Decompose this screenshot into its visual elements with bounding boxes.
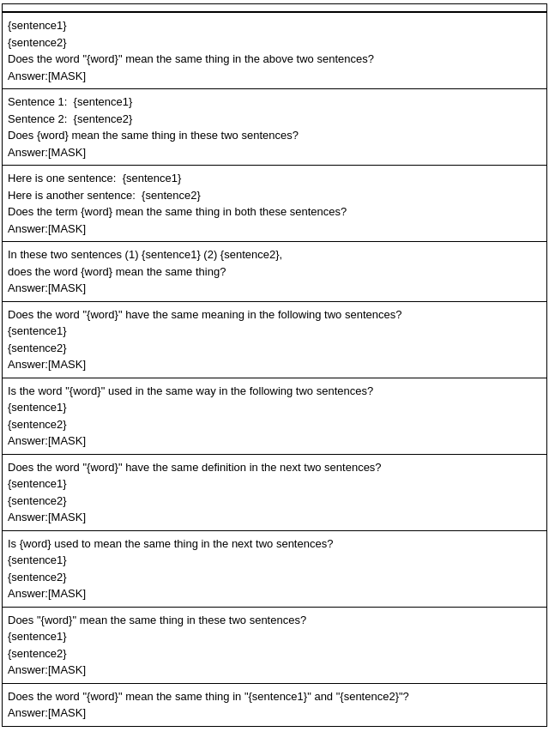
prompt-row: {sentence1} {sentence2} Does the word "{… [3,13,546,89]
prompt-row: Here is one sentence: {sentence1} Here i… [3,166,546,242]
prompt-row: Does "{word}" mean the same thing in the… [3,608,546,684]
prompt-text-9: Does "{word}" mean the same thing in the… [8,612,541,679]
prompt-row: Is {word} used to mean the same thing in… [3,531,546,608]
prompt-text-4: In these two sentences (1) {sentence1} (… [8,246,541,297]
prompt-text-5: Does the word "{word}" have the same mea… [8,306,541,373]
table-header [3,4,546,13]
prompt-text-6: Is the word "{word}" used in the same wa… [8,383,541,450]
prompt-text-2: Sentence 1: {sentence1} Sentence 2: {sen… [8,94,541,160]
prompt-table: {sentence1} {sentence2} Does the word "{… [2,3,547,727]
prompt-text-7: Does the word "{word}" have the same def… [8,459,541,526]
prompt-text-10: Does the word "{word}" mean the same thi… [8,688,541,722]
prompt-row: Does the word "{word}" have the same def… [3,455,546,531]
prompt-row: Is the word "{word}" used in the same wa… [3,378,546,455]
prompt-row: Sentence 1: {sentence1} Sentence 2: {sen… [3,89,546,166]
prompt-text-8: Is {word} used to mean the same thing in… [8,535,541,602]
prompt-row: In these two sentences (1) {sentence1} (… [3,242,546,302]
prompt-text-1: {sentence1} {sentence2} Does the word "{… [8,17,541,84]
prompt-row: Does the word "{word}" have the same mea… [3,302,546,378]
prompt-text-3: Here is one sentence: {sentence1} Here i… [8,170,541,237]
prompt-row: Does the word "{word}" mean the same thi… [3,684,546,726]
